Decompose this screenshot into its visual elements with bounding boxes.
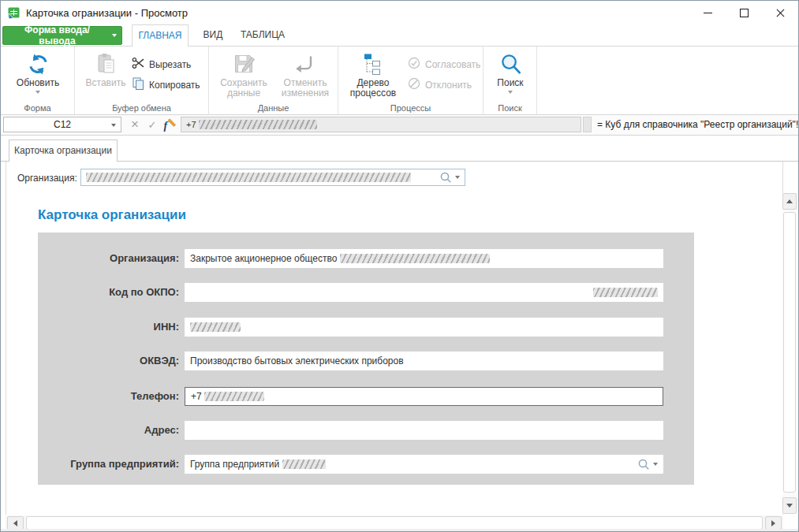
search-icon [499, 50, 522, 78]
app-window: Карточка огранизации - Просмотр Форма вв… [0, 0, 799, 532]
field-label: Группа предприятий: [38, 455, 179, 474]
formula-bar: C12 × ✓ f +7 = Куб для справочника "Реес… [1, 115, 798, 136]
field-value: Закрытое акционерное общество [190, 253, 337, 264]
ribbon-group-form: Обновить Форма [1, 47, 75, 114]
ribbon-group-label: Поиск [484, 103, 536, 113]
search-icon[interactable] [638, 459, 650, 471]
chevron-down-icon [112, 34, 117, 37]
field-row-address: Адрес: [38, 421, 694, 440]
maximize-icon [740, 9, 749, 17]
app-icon [7, 6, 21, 20]
triangle-up-icon [786, 199, 793, 203]
insert-function-icon[interactable]: f [162, 117, 177, 132]
ribbon: Обновить Форма Вставить [1, 47, 798, 115]
scroll-left-button[interactable] [7, 516, 24, 530]
title-bar: Карточка огранизации - Просмотр [1, 1, 798, 24]
formula-input[interactable]: +7 [181, 117, 581, 132]
minimize-button[interactable] [689, 1, 726, 24]
field-row-okpo: Код по ОКПО: [38, 283, 694, 302]
approve-button[interactable]: Согласовать [408, 57, 480, 72]
ribbon-group-label: Данные [209, 103, 338, 113]
ribbon-group-data: Сохранить данные Отменить изменения Данн… [209, 47, 338, 114]
redacted-organization-value [86, 173, 411, 182]
copy-button[interactable]: Копировать [132, 77, 200, 92]
scroll-down-button[interactable] [782, 497, 797, 514]
save-data-button[interactable]: Сохранить данные [215, 50, 272, 99]
organization-input[interactable]: Закрытое акционерное общество [185, 249, 663, 268]
undo-icon [294, 50, 316, 78]
scroll-right-button[interactable] [765, 516, 782, 530]
maximize-button[interactable] [726, 1, 762, 24]
address-input[interactable] [185, 421, 663, 440]
paste-button[interactable]: Вставить [83, 50, 129, 88]
cell-reference: C12 [54, 119, 71, 130]
field-label: Код по ОКПО: [38, 283, 179, 302]
reject-button[interactable]: Отклонить [408, 77, 472, 92]
ribbon-group-label: Процессы [338, 103, 483, 113]
undo-changes-button[interactable]: Отменить изменения [275, 50, 335, 99]
field-row-organization: Организация: Закрытое акционерное общест… [38, 249, 694, 268]
enterprise-group-combo[interactable]: Группа предприятий [185, 455, 663, 474]
field-row-phone: Телефон: +7 [38, 387, 694, 406]
form-content: Организация: Карточка организации Органи… [6, 162, 783, 515]
phone-input[interactable]: +7 [185, 387, 663, 406]
ribbon-group-label: Буфер обмена [75, 103, 208, 113]
paste-icon [95, 50, 117, 78]
tab-vid[interactable]: ВИД [195, 24, 231, 47]
copy-icon [132, 77, 144, 92]
formula-bar-splitter[interactable] [583, 117, 592, 132]
cancel-icon[interactable]: × [127, 117, 143, 132]
cut-button[interactable]: Вырезать [132, 57, 191, 72]
process-tree-icon [363, 50, 383, 78]
horizontal-scroll-thumb[interactable] [26, 516, 763, 530]
card-panel: Организация: Закрытое акционерное общест… [38, 233, 694, 485]
bottom-strip [1, 529, 798, 531]
redacted-value [282, 459, 326, 469]
reject-icon [408, 77, 420, 92]
organization-selector-combo[interactable] [80, 169, 465, 186]
redacted-value [204, 392, 264, 401]
organization-selector-label: Организация: [17, 173, 77, 184]
okpo-input[interactable] [185, 283, 663, 302]
chevron-down-icon[interactable] [455, 176, 460, 179]
tab-tablitsa[interactable]: ТАБЛИЦА [236, 24, 289, 47]
field-row-okved: ОКВЭД: Производство бытовых электрически… [38, 352, 694, 370]
chevron-down-icon[interactable] [653, 463, 658, 466]
cell-name-box[interactable]: C12 [3, 117, 121, 132]
chevron-down-icon [508, 91, 513, 94]
refresh-icon [27, 50, 50, 78]
approve-icon [408, 57, 420, 72]
ribbon-group-label: Форма [1, 103, 74, 113]
cube-reference-text: = Куб для справочника "Реестр организаци… [597, 119, 799, 130]
field-row-inn: ИНН: [38, 318, 694, 337]
search-button[interactable]: Поиск [484, 50, 536, 94]
ribbon-group-search: Поиск Поиск [484, 47, 537, 114]
field-value: Группа предприятий [190, 459, 279, 470]
svg-text:f: f [164, 120, 169, 132]
process-tree-button[interactable]: Дерево процессов [345, 50, 401, 99]
triangle-down-icon [786, 504, 793, 508]
card-heading: Карточка организации [38, 207, 186, 223]
field-label: ИНН: [38, 318, 179, 337]
scroll-up-button[interactable] [782, 193, 797, 210]
ribbon-group-processes: Дерево процессов Согласовать [338, 47, 484, 114]
vertical-scroll-thumb[interactable] [783, 212, 796, 493]
inn-input[interactable] [185, 318, 663, 337]
confirm-icon[interactable]: ✓ [144, 117, 160, 132]
refresh-button[interactable]: Обновить [11, 50, 65, 94]
triangle-right-icon [771, 520, 775, 526]
save-icon [232, 50, 256, 78]
vertical-scrollbar[interactable] [782, 193, 797, 514]
ribbon-tab-row: Форма ввода/вывода ГЛАВНАЯ ВИД ТАБЛИЦА [1, 24, 798, 47]
okved-input[interactable]: Производство бытовых электрических прибо… [185, 352, 663, 370]
form-tab-kartochka[interactable]: Карточка огранизации [9, 140, 118, 162]
form-io-menu-button[interactable]: Форма ввода/вывода [2, 26, 122, 45]
field-label: Адрес: [38, 421, 179, 440]
search-icon[interactable] [440, 172, 452, 184]
tab-glavnaya[interactable]: ГЛАВНАЯ [132, 24, 189, 47]
field-value: Производство бытовых электрических прибо… [190, 355, 404, 366]
form-io-menu-label: Форма ввода/вывода [8, 24, 106, 47]
close-button[interactable] [762, 1, 798, 24]
triangle-left-icon [13, 520, 17, 526]
formula-value-prefix: +7 [186, 120, 196, 129]
